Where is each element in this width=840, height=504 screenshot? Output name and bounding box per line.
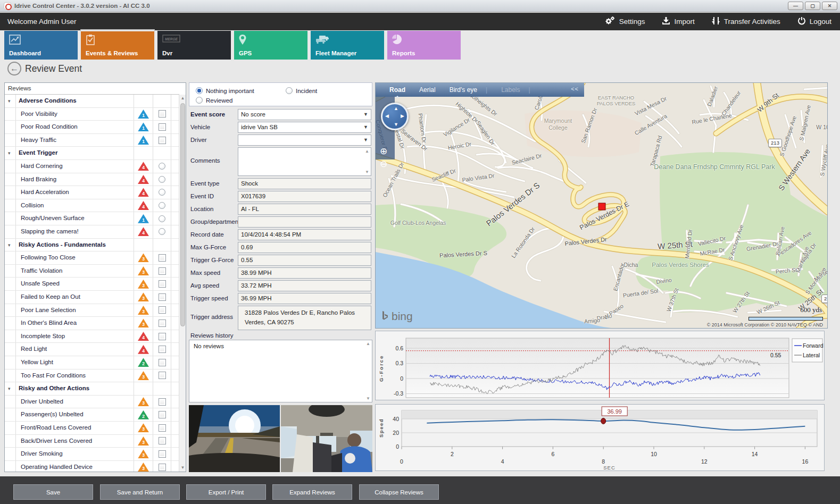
pan-down-icon[interactable]: ▼ xyxy=(394,122,398,127)
tree-item-row[interactable]: Yellow Light2 xyxy=(5,356,179,369)
item-checkbox[interactable] xyxy=(159,254,166,262)
tree-item-row[interactable]: In Other's Blind Area3 xyxy=(5,317,179,330)
logout-button[interactable]: Logout xyxy=(797,16,831,27)
reviews-tree-scrollbar[interactable]: ▲ ▼ xyxy=(179,95,186,472)
export-print-button[interactable]: Export / Print xyxy=(186,484,266,500)
expand-reviews-button[interactable]: Expand Reviews xyxy=(272,484,352,500)
map-mode-bird-s-eye[interactable]: Bird's eye xyxy=(450,86,477,94)
status-radio[interactable] xyxy=(196,97,203,104)
import-button[interactable]: Import xyxy=(662,16,694,27)
zoom-out-button[interactable]: ⊖ xyxy=(380,158,387,170)
item-checkbox[interactable] xyxy=(159,137,166,144)
item-checkbox[interactable] xyxy=(159,293,166,301)
map-mode-road[interactable]: Road xyxy=(389,86,405,94)
scroll-down-icon[interactable]: ▼ xyxy=(365,396,371,401)
minimize-button[interactable]: — xyxy=(788,2,803,10)
item-radio[interactable] xyxy=(159,215,165,222)
tree-item-row[interactable]: Poor Road Condition1 xyxy=(5,121,179,134)
item-checkbox[interactable] xyxy=(159,464,166,471)
scroll-down-icon[interactable]: ▼ xyxy=(364,170,370,174)
item-checkbox[interactable] xyxy=(159,359,166,366)
collapse-arrow-icon[interactable]: ▾ xyxy=(5,95,16,107)
item-radio[interactable] xyxy=(159,228,165,235)
tree-group-row[interactable]: ▾Adverse Conditions xyxy=(5,95,179,108)
map-pan-control[interactable]: ▲ ▼ ◀ ▶ xyxy=(381,103,409,130)
tree-item-row[interactable]: Unsafe Speed3 xyxy=(5,278,179,291)
tree-item-row[interactable]: Incomplete Stop4 xyxy=(5,330,179,343)
save-and-return-button[interactable]: Save and Return xyxy=(100,484,180,500)
collapse-arrow-icon[interactable]: ▾ xyxy=(5,239,16,251)
tree-item-row[interactable]: Collision4 xyxy=(5,199,179,213)
scroll-up-icon[interactable]: ▲ xyxy=(179,95,186,102)
item-checkbox[interactable] xyxy=(159,333,166,340)
item-checkbox[interactable] xyxy=(159,450,166,458)
scroll-down-icon[interactable]: ▼ xyxy=(179,464,186,472)
forward-camera-frame[interactable] xyxy=(189,405,280,472)
scroll-up-icon[interactable]: ▲ xyxy=(364,149,370,154)
collapse-arrow-icon[interactable]: ▾ xyxy=(5,382,16,395)
item-checkbox[interactable] xyxy=(159,424,166,432)
reviews-history-box[interactable]: No reviews ▲ ▼ xyxy=(189,340,372,402)
tree-item-row[interactable]: Operating Handled Device3 xyxy=(5,461,179,472)
tab-fleet-manager[interactable]: Fleet Manager xyxy=(311,31,384,60)
tree-item-row[interactable]: Rough/Uneven Surface1 xyxy=(5,212,179,225)
tree-item-row[interactable]: Heavy Traffic1 xyxy=(5,134,179,147)
tab-reports[interactable]: Reports xyxy=(387,31,461,60)
item-checkbox[interactable] xyxy=(159,398,166,406)
status-radio[interactable] xyxy=(196,87,203,94)
save-button[interactable]: Save xyxy=(13,484,93,500)
tree-item-row[interactable]: Driver Smoking3 xyxy=(5,448,179,461)
tree-item-row[interactable]: Hard Cornering4 xyxy=(5,160,179,173)
tab-dvr[interactable]: MERGEDvr xyxy=(157,31,231,60)
item-checkbox[interactable] xyxy=(159,346,166,353)
tab-events-reviews[interactable]: Events & Reviews xyxy=(81,31,154,60)
tree-item-row[interactable]: Front/Road Lens Covered3 xyxy=(5,422,179,435)
transfer-activities-button[interactable]: Transfer Activities xyxy=(712,16,780,27)
tree-item-row[interactable]: Hard Acceleration4 xyxy=(5,186,179,199)
tree-item-row[interactable]: Failed to Keep an Out3 xyxy=(5,291,179,304)
tree-item-row[interactable]: Back/Driver Lens Covered3 xyxy=(5,435,179,448)
map-collapse-button[interactable]: << xyxy=(571,86,579,92)
tab-gps[interactable]: GPS xyxy=(234,31,307,60)
cabin-camera-frame[interactable] xyxy=(281,405,372,472)
tree-item-row[interactable]: Traffic Violation3 xyxy=(5,265,179,278)
tree-item-row[interactable]: Too Fast For Conditions3 xyxy=(5,369,179,383)
tab-dashboard[interactable]: Dashboard xyxy=(4,31,78,60)
close-button[interactable]: ✕ xyxy=(822,2,837,10)
tree-item-row[interactable]: Hard Braking4 xyxy=(5,173,179,187)
scroll-up-icon[interactable]: ▲ xyxy=(365,341,371,346)
status-radio[interactable] xyxy=(286,87,293,94)
item-radio[interactable] xyxy=(159,176,165,183)
map-mode-aerial[interactable]: Aerial xyxy=(419,86,436,94)
tree-item-row[interactable]: Slapping the camera!4 xyxy=(5,225,179,239)
item-checkbox[interactable] xyxy=(159,437,166,444)
pan-left-icon[interactable]: ◀ xyxy=(385,113,389,119)
tree-item-row[interactable]: Following Too Close3 xyxy=(5,251,179,265)
tree-group-row[interactable]: ▾Risky and Other Actions xyxy=(5,382,179,396)
item-checkbox[interactable] xyxy=(159,320,166,327)
item-checkbox[interactable] xyxy=(159,306,166,314)
status-option[interactable]: Nothing important xyxy=(196,87,254,94)
status-option[interactable]: Reviewed xyxy=(196,97,233,104)
item-radio[interactable] xyxy=(159,189,165,196)
maximize-button[interactable]: ▢ xyxy=(805,2,820,10)
form-select[interactable]: No score▼ xyxy=(238,109,371,120)
bing-map[interactable]: Coolheights DrHightide DrPhantom DrVigil… xyxy=(375,82,828,329)
item-checkbox[interactable] xyxy=(159,123,166,131)
tree-group-row[interactable]: ▾Event Trigger xyxy=(5,147,179,160)
tree-item-row[interactable]: Red Light4 xyxy=(5,343,179,356)
settings-button[interactable]: Settings xyxy=(605,16,645,27)
form-field[interactable]: ▲▼ xyxy=(238,147,371,176)
tree-item-row[interactable]: Passenger(s) Unbelted2 xyxy=(5,408,179,422)
scrollbar-thumb[interactable] xyxy=(180,103,185,326)
item-checkbox[interactable] xyxy=(159,411,166,418)
tree-item-row[interactable]: Poor Visibility1 xyxy=(5,108,179,121)
item-checkbox[interactable] xyxy=(159,372,166,379)
collapse-reviews-button[interactable]: Collapse Reviews xyxy=(359,484,439,500)
map-mode-labels[interactable]: Labels xyxy=(501,86,520,94)
item-checkbox[interactable] xyxy=(159,267,166,275)
form-select[interactable]: ▼ xyxy=(238,135,371,146)
status-option[interactable]: Incident xyxy=(286,87,317,94)
tree-item-row[interactable]: Poor Lane Selection3 xyxy=(5,304,179,317)
pan-right-icon[interactable]: ▶ xyxy=(401,113,404,119)
